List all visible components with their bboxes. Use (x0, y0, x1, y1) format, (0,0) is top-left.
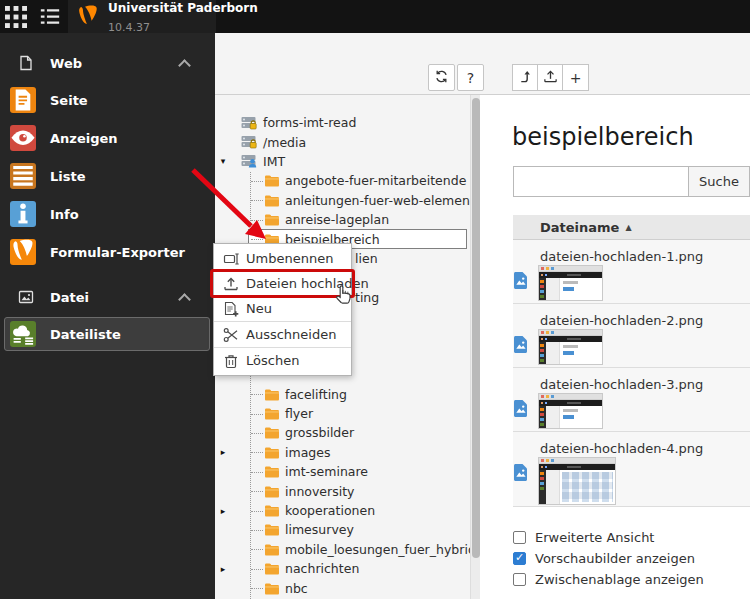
tree-item-flyer[interactable]: flyer (215, 404, 470, 423)
checkbox-label: Erweiterte Ansicht (535, 530, 654, 545)
tree-item-icon (264, 582, 280, 595)
tree-item-icon (264, 426, 280, 439)
site-version: 10.4.37 (108, 21, 150, 34)
file-thumbnail (538, 265, 603, 301)
tree-item-imt-seminare[interactable]: imt-seminare (215, 462, 470, 481)
module-item-dateiliste[interactable]: Dateiliste (0, 315, 215, 353)
new-button[interactable]: + (562, 64, 589, 91)
module-item-info[interactable]: Info (0, 195, 215, 233)
option-vorschaubilder-anzeigen[interactable]: Vorschaubilder anzeigen (513, 548, 704, 569)
file-name-link[interactable]: dateien-hochladen-2.png (540, 313, 703, 328)
search-input[interactable] (513, 166, 689, 197)
tree-expander-icon[interactable]: ▸ (217, 447, 229, 457)
tree-item-icon (264, 446, 280, 459)
module-label: Formular-Exporter (50, 245, 185, 260)
context-menu-label: Umbenennen (246, 251, 333, 266)
tree-item-label: forms-imt-read (263, 115, 356, 130)
checkbox[interactable] (513, 531, 526, 544)
tree-item-innoversity[interactable]: innoversity (215, 481, 470, 500)
tree-expander-icon[interactable]: ▸ (217, 564, 229, 574)
tree-item-mobile-loesungen-fuer-hybride-le[interactable]: mobile_loesungen_fuer_hybride_le (215, 540, 470, 559)
file-name-link[interactable]: dateien-hochladen-1.png (540, 249, 703, 264)
image-file-icon (513, 271, 528, 294)
module-list-toggle-icon[interactable] (39, 6, 61, 28)
context-menu-item-dateien-hochladen[interactable]: Dateien hochladen (214, 271, 351, 296)
tree-item-anreise-lageplan[interactable]: anreise-lageplan (215, 210, 470, 229)
tree-item-media[interactable]: /media (215, 132, 470, 151)
site-logo-block[interactable]: Universität Paderborn 10.4.37 (68, 0, 216, 33)
tree-scrollbar[interactable] (470, 95, 480, 599)
doc-header: ? + (215, 33, 750, 95)
tree-item-facelifting[interactable]: facelifting (215, 384, 470, 403)
tree-item-icon (264, 194, 280, 207)
module-label: Seite (50, 93, 88, 108)
file-name-link[interactable]: dateien-hochladen-4.png (540, 441, 703, 456)
module-section-datei[interactable]: Datei (0, 279, 215, 315)
file-name-link[interactable]: dateien-hochladen-3.png (540, 377, 703, 392)
module-section-web[interactable]: Web (0, 45, 215, 81)
upload-button[interactable] (537, 64, 564, 91)
file-row-dateien-hochladen-1-png[interactable]: dateien-hochladen-1.png (513, 240, 750, 304)
typo3-logo-icon (76, 4, 100, 30)
option-zwischenablage-anzeigen[interactable]: Zwischenablage anzeigen (513, 569, 704, 590)
checkbox[interactable] (513, 573, 526, 586)
checkbox[interactable] (513, 552, 526, 565)
tree-item-label: ting (355, 290, 379, 305)
module-icon (10, 321, 36, 347)
tree-item-label: facelifting (285, 387, 347, 402)
tree-item-label: nachrichten (285, 561, 359, 576)
context-menu-item-neu[interactable]: Neu (214, 296, 351, 321)
tree-item-grossbilder[interactable]: grossbilder (215, 423, 470, 442)
tree-item-label: mobile_loesungen_fuer_hybride_le (285, 542, 470, 557)
image-file-icon (513, 335, 528, 358)
tree-item-images[interactable]: ▸ images (215, 443, 470, 462)
tree-item-label: imt-seminare (285, 464, 368, 479)
tree-expander-icon[interactable]: ▾ (217, 156, 229, 166)
option-erweiterte-ansicht[interactable]: Erweiterte Ansicht (513, 527, 704, 548)
apps-grid-icon[interactable] (5, 6, 27, 28)
tree-item-limesurvey[interactable]: limesurvey (215, 520, 470, 539)
context-menu-icon (223, 301, 239, 317)
tree-item-forms-imt-read[interactable]: forms-imt-read (215, 113, 470, 132)
tree-item-label: nbc (285, 581, 308, 596)
tree-item-icon (241, 116, 258, 130)
tree-item-nbc[interactable]: nbc (215, 578, 470, 597)
tree-item-imt[interactable]: ▾ IMT (215, 152, 470, 171)
section-label: Web (50, 56, 82, 71)
module-label: Info (50, 207, 79, 222)
tree-item-angebote-fuer-mitarbeitende[interactable]: angebote-fuer-mitarbeitende (215, 171, 470, 190)
tree-item-label: kooperationen (285, 503, 375, 518)
tree-item-icon (264, 504, 280, 517)
image-file-icon (513, 399, 528, 422)
tree-item-label: grossbilder (285, 425, 354, 440)
module-item-anzeigen[interactable]: Anzeigen (0, 119, 215, 157)
refresh-button[interactable] (428, 64, 455, 91)
section-icon (18, 55, 34, 71)
tree-item-anleitungen-fuer-web-elemente[interactable]: anleitungen-fuer-web-elemente (215, 191, 470, 210)
search-button[interactable]: Suche (689, 166, 750, 197)
file-row-dateien-hochladen-4-png[interactable]: dateien-hochladen-4.png (513, 432, 750, 507)
filename-column-header[interactable]: Dateiname ▲ (513, 215, 750, 240)
tree-item-icon (264, 213, 280, 226)
tree-item-kooperationen[interactable]: ▸ kooperationen (215, 501, 470, 520)
tree-item-icon (264, 174, 280, 187)
module-item-formular-exporter[interactable]: Formular-Exporter (0, 233, 215, 271)
context-menu-icon (223, 327, 239, 343)
help-button[interactable]: ? (457, 64, 484, 91)
module-item-seite[interactable]: Seite (0, 81, 215, 119)
tree-expander-icon[interactable]: ▸ (217, 506, 229, 516)
file-row-dateien-hochladen-3-png[interactable]: dateien-hochladen-3.png (513, 368, 750, 432)
context-menu-item-umbenennen[interactable]: Umbenennen (214, 246, 351, 271)
file-row-dateien-hochladen-2-png[interactable]: dateien-hochladen-2.png (513, 304, 750, 368)
level-up-button[interactable] (512, 64, 539, 91)
tree-item-nachrichten[interactable]: ▸ nachrichten (215, 559, 470, 578)
tree-scrollbar-thumb[interactable] (472, 98, 480, 558)
module-item-liste[interactable]: Liste (0, 157, 215, 195)
tree-item-icon (264, 543, 280, 556)
tree-item-icon (264, 407, 280, 420)
top-bar: Universität Paderborn 10.4.37 (0, 0, 750, 33)
context-menu-item-ausschneiden[interactable]: Ausschneiden (214, 322, 351, 347)
context-menu-item-l-schen[interactable]: Löschen (214, 348, 351, 373)
chevron-up-icon (178, 59, 191, 72)
checkbox-label: Vorschaubilder anzeigen (535, 551, 695, 566)
